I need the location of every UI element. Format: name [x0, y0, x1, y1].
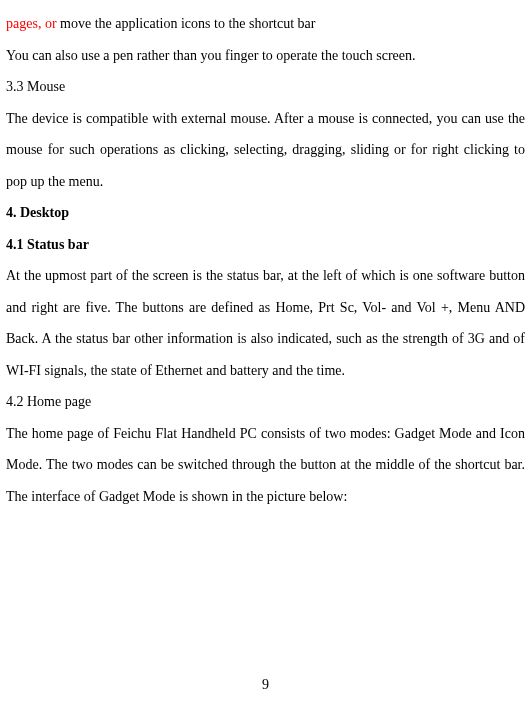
- paragraph-4-1: At the upmost part of the screen is the …: [6, 260, 525, 386]
- heading-4-2: 4.2 Home page: [6, 386, 525, 418]
- heading-4: 4. Desktop: [6, 197, 525, 229]
- text-fragment: move the application icons to the shortc…: [60, 16, 315, 31]
- paragraph-4-2: The home page of Feichu Flat Handheld PC…: [6, 418, 525, 513]
- text-red-fragment: pages, or: [6, 16, 60, 31]
- paragraph-3-3: The device is compatible with external m…: [6, 103, 525, 198]
- document-page: pages, or move the application icons to …: [0, 0, 531, 512]
- page-number: 9: [0, 677, 531, 693]
- paragraph-line1: pages, or move the application icons to …: [6, 8, 525, 40]
- heading-4-1: 4.1 Status bar: [6, 229, 525, 261]
- heading-3-3: 3.3 Mouse: [6, 71, 525, 103]
- paragraph-line2: You can also use a pen rather than you f…: [6, 40, 525, 72]
